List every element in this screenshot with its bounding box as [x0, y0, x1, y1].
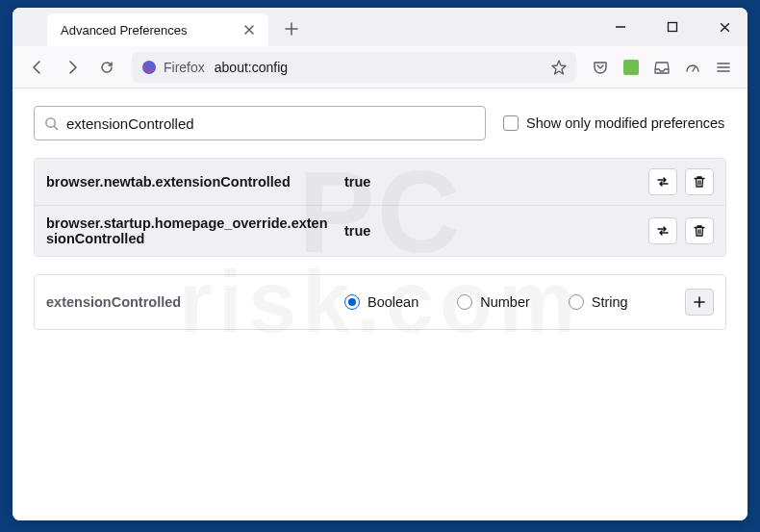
menu-button[interactable]: [709, 53, 738, 82]
add-pref-name: extensionControlled: [46, 294, 344, 310]
toggle-button[interactable]: [648, 217, 677, 244]
browser-tab[interactable]: Advanced Preferences: [47, 13, 268, 46]
pref-table: browser.newtab.extensionControlled true …: [34, 158, 726, 257]
close-window-button[interactable]: [707, 13, 742, 40]
new-tab-button[interactable]: [278, 15, 305, 42]
extension-green-icon[interactable]: [617, 53, 646, 82]
bookmark-star-icon[interactable]: [550, 59, 568, 76]
radio-icon: [457, 294, 472, 310]
url-brand: Firefox: [164, 60, 205, 75]
radio-number[interactable]: Number: [457, 294, 530, 310]
pref-value: true: [344, 174, 648, 190]
search-icon: [44, 116, 59, 131]
reload-button[interactable]: [91, 52, 122, 83]
radio-label: Number: [480, 294, 530, 310]
checkbox-icon: [503, 115, 519, 131]
radio-icon: [344, 294, 360, 310]
forward-button[interactable]: [57, 52, 88, 83]
radio-label: String: [592, 294, 628, 310]
pocket-icon[interactable]: [586, 53, 615, 82]
pref-name: browser.startup.homepage_override.extens…: [46, 215, 344, 246]
minimize-button[interactable]: [603, 13, 638, 40]
maximize-button[interactable]: [655, 13, 690, 40]
svg-rect-0: [669, 23, 677, 32]
content-area: extensionControlled Show only modified p…: [13, 89, 747, 520]
pref-search-input[interactable]: extensionControlled: [34, 106, 486, 140]
url-text: about:config: [215, 60, 550, 75]
delete-button[interactable]: [685, 168, 714, 195]
titlebar: Advanced Preferences: [13, 8, 747, 46]
tab-title: Advanced Preferences: [61, 23, 240, 38]
radio-string[interactable]: String: [569, 294, 628, 310]
navigation-toolbar: Firefox about:config: [13, 46, 747, 89]
checkbox-label-text: Show only modified preferences: [526, 115, 724, 131]
radio-label: Boolean: [367, 294, 418, 310]
close-tab-icon[interactable]: [240, 20, 259, 39]
inbox-icon[interactable]: [647, 53, 676, 82]
pref-value: true: [344, 223, 648, 239]
pref-row[interactable]: browser.newtab.extensionControlled true: [35, 159, 725, 206]
type-radio-group: Boolean Number String: [344, 294, 685, 310]
toggle-button[interactable]: [648, 168, 677, 195]
pref-name: browser.newtab.extensionControlled: [46, 174, 344, 190]
search-value: extensionControlled: [66, 115, 475, 132]
radio-icon: [569, 294, 584, 310]
delete-button[interactable]: [685, 217, 714, 244]
add-pref-section: extensionControlled Boolean Number Strin…: [34, 274, 726, 330]
add-pref-button[interactable]: [685, 289, 714, 316]
firefox-logo-icon: [140, 59, 158, 76]
address-bar[interactable]: Firefox about:config: [132, 52, 576, 83]
back-button[interactable]: [22, 52, 53, 83]
show-modified-checkbox[interactable]: Show only modified preferences: [503, 115, 724, 131]
pref-row[interactable]: browser.startup.homepage_override.extens…: [35, 206, 725, 256]
radio-boolean[interactable]: Boolean: [344, 294, 418, 310]
dashboard-icon[interactable]: [678, 53, 707, 82]
